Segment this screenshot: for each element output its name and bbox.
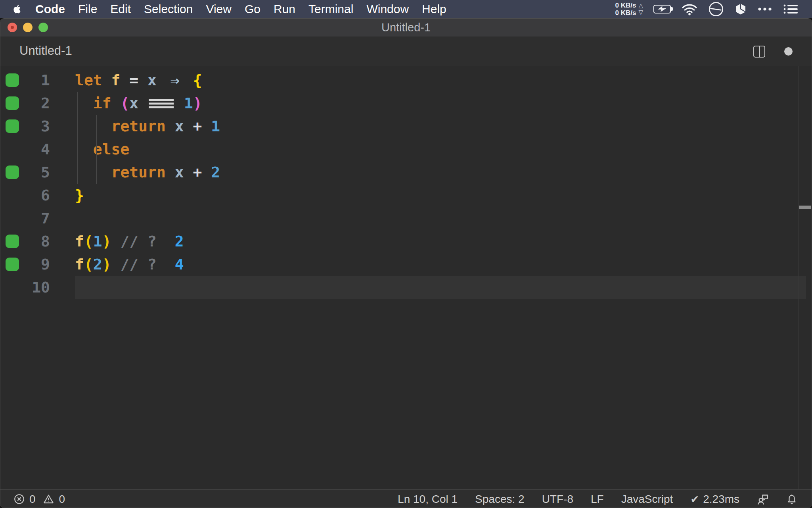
line-content[interactable]: return x + 1 xyxy=(75,115,812,138)
menu-item-go[interactable]: Go xyxy=(245,2,260,16)
token-res: 2 xyxy=(175,233,184,250)
warning-icon xyxy=(43,494,54,504)
token-fn: f xyxy=(75,233,84,250)
indent-guide xyxy=(77,92,78,115)
status-cursor-position[interactable]: Ln 10, Col 1 xyxy=(398,493,458,506)
token-kw: return xyxy=(111,117,166,135)
token-pl xyxy=(202,117,211,135)
line-content[interactable]: return x + 2 xyxy=(75,161,812,184)
indent-guide xyxy=(96,138,97,161)
line-number: 9 xyxy=(24,253,50,276)
menu-items: CodeFileEditSelectionViewGoRunTerminalWi… xyxy=(35,2,446,16)
token-py: ( xyxy=(84,256,93,273)
token-pl xyxy=(166,117,175,135)
line-number: 4 xyxy=(24,138,50,161)
status-perf-time[interactable]: ✔ 2.23ms xyxy=(690,493,739,506)
token-lig3 xyxy=(147,96,175,111)
menu-item-code[interactable]: Code xyxy=(35,2,65,16)
line-number: 2 xyxy=(24,92,50,115)
token-py: ) xyxy=(102,233,111,250)
token-num: 2 xyxy=(93,256,102,273)
status-bar: 0 0 Ln 10, Col 1 Spaces: 2 UTF-8 LF Java… xyxy=(0,489,812,508)
coverage-gutter xyxy=(0,276,24,299)
error-count: 0 xyxy=(29,493,36,506)
warning-count: 0 xyxy=(59,493,65,506)
code-line-10[interactable]: 10 xyxy=(0,276,812,299)
code-line-1[interactable]: 1let f = x ⇒ { xyxy=(0,69,812,92)
token-res: 4 xyxy=(175,256,184,273)
code-editor[interactable]: 1let f = x ⇒ {2 if (x 1)3 return x + 14 … xyxy=(0,66,812,489)
code-line-6[interactable]: 6} xyxy=(0,184,812,207)
line-content[interactable]: if (x 1) xyxy=(75,92,812,115)
token-pl xyxy=(111,233,121,250)
menu-item-window[interactable]: Window xyxy=(366,2,409,16)
cube-app-icon[interactable] xyxy=(734,2,747,16)
tab-untitled-1[interactable]: Untitled-1 xyxy=(19,44,72,58)
bell-icon xyxy=(786,493,797,505)
menu-item-run[interactable]: Run xyxy=(274,2,295,16)
menu-item-file[interactable]: File xyxy=(78,2,97,16)
line-content[interactable]: f(1) // ? 2 xyxy=(75,230,812,253)
token-op: + xyxy=(193,117,202,135)
status-indentation[interactable]: Spaces: 2 xyxy=(475,493,525,506)
status-notifications[interactable] xyxy=(786,493,797,505)
menu-item-selection[interactable]: Selection xyxy=(144,2,193,16)
token-pl xyxy=(75,164,111,181)
token-op: = xyxy=(129,71,138,89)
apple-menu-icon[interactable] xyxy=(12,4,22,14)
line-content[interactable] xyxy=(75,276,806,299)
code-line-5[interactable]: 5 return x + 2 xyxy=(0,161,812,184)
status-feedback[interactable] xyxy=(757,493,769,505)
code-line-8[interactable]: 8f(1) // ? 2 xyxy=(0,230,812,253)
status-language-mode[interactable]: JavaScript xyxy=(621,493,673,506)
overview-ruler xyxy=(798,66,799,489)
line-number: 8 xyxy=(24,230,50,253)
code-line-3[interactable]: 3 return x + 1 xyxy=(0,115,812,138)
window-title-bar[interactable]: Untitled-1 xyxy=(0,19,812,37)
line-content[interactable]: } xyxy=(75,184,812,207)
status-problems[interactable]: 0 0 xyxy=(0,493,65,506)
net-up-speed: 0 KB/s xyxy=(615,2,636,9)
line-content[interactable]: let f = x ⇒ { xyxy=(75,69,812,92)
token-pl xyxy=(157,256,175,273)
network-speed-widget[interactable]: 0 KB/s 0 KB/s △ ▽ xyxy=(615,2,643,17)
code-line-7[interactable]: 7 xyxy=(0,207,812,230)
token-pl xyxy=(111,94,121,112)
status-eol[interactable]: LF xyxy=(591,493,604,506)
token-fn: f xyxy=(111,71,121,89)
list-menu-icon[interactable] xyxy=(783,3,799,15)
clock-circle-icon[interactable] xyxy=(708,1,724,17)
net-up-arrow-icon: △ xyxy=(638,2,643,9)
menu-bar-left: CodeFileEditSelectionViewGoRunTerminalWi… xyxy=(0,2,446,16)
token-var: x xyxy=(175,117,184,135)
code-line-9[interactable]: 9f(2) // ? 4 xyxy=(0,253,812,276)
code-line-2[interactable]: 2 if (x 1) xyxy=(0,92,812,115)
status-encoding[interactable]: UTF-8 xyxy=(542,493,573,506)
menu-item-edit[interactable]: Edit xyxy=(110,2,131,16)
line-number: 5 xyxy=(24,161,50,184)
indent-guide xyxy=(96,115,97,138)
split-editor-icon[interactable] xyxy=(753,46,765,58)
line-content[interactable]: else xyxy=(75,138,812,161)
menu-item-terminal[interactable]: Terminal xyxy=(308,2,353,16)
more-dots-icon[interactable] xyxy=(757,7,772,12)
menu-item-help[interactable]: Help xyxy=(422,2,446,16)
unsaved-changes-dot-icon[interactable] xyxy=(784,47,793,56)
line-number: 1 xyxy=(24,69,50,92)
token-pl xyxy=(138,94,147,112)
overview-ruler-cursor-marker[interactable] xyxy=(799,206,811,209)
battery-charging-icon[interactable] xyxy=(653,5,671,13)
line-content[interactable]: f(2) // ? 4 xyxy=(75,253,812,276)
token-fn: f xyxy=(75,256,84,273)
window-title: Untitled-1 xyxy=(0,19,812,37)
code-line-4[interactable]: 4 else xyxy=(0,138,812,161)
wifi-icon[interactable] xyxy=(681,3,698,15)
feedback-person-icon xyxy=(757,493,769,505)
check-icon: ✔ xyxy=(690,493,699,505)
coverage-indicator xyxy=(6,96,19,110)
line-content[interactable] xyxy=(75,207,812,230)
token-var: x xyxy=(175,164,184,181)
menu-item-view[interactable]: View xyxy=(206,2,231,16)
net-down-speed: 0 KB/s xyxy=(615,9,636,17)
indent-guide xyxy=(77,115,78,138)
